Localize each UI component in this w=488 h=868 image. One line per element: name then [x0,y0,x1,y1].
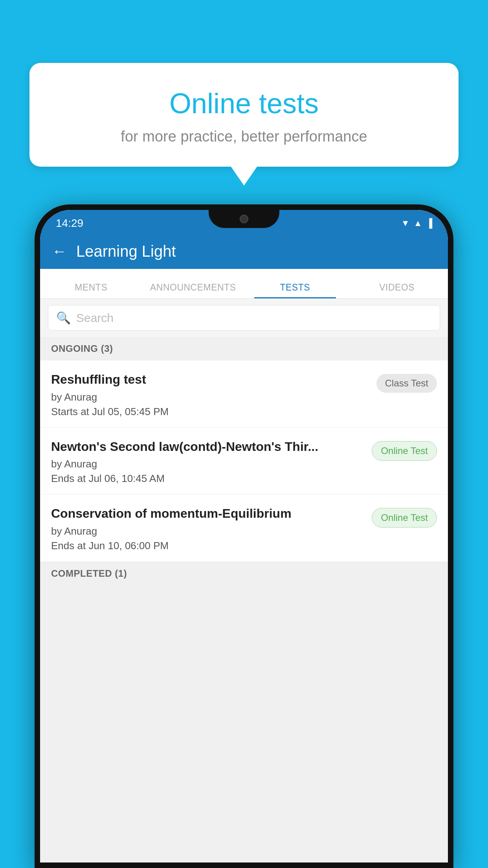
test-date-1: Starts at Jul 05, 05:45 PM [51,406,370,418]
completed-section-header: COMPLETED (1) [40,562,448,585]
test-badge-2: Online Test [372,441,437,461]
test-name-2: Newton's Second law(contd)-Newton's Thir… [51,439,365,455]
test-date-2: Ends at Jul 06, 10:45 AM [51,473,365,485]
app-title: Learning Light [76,243,176,260]
test-author-2: by Anurag [51,458,365,470]
speech-bubble: Online tests for more practice, better p… [29,63,459,167]
signal-icon: ▲ [414,218,422,228]
search-placeholder: Search [76,311,114,325]
ongoing-section-header: ONGOING (3) [40,337,448,360]
wifi-icon: ▼ [401,218,410,228]
test-item[interactable]: Reshuffling test by Anurag Starts at Jul… [40,360,448,428]
test-info-2: Newton's Second law(contd)-Newton's Thir… [51,439,372,485]
test-author-1: by Anurag [51,391,370,403]
test-author-3: by Anurag [51,525,365,537]
phone-notch [209,210,279,228]
test-info-1: Reshuffling test by Anurag Starts at Jul… [51,371,376,418]
phone-inner: 14:29 ▼ ▲ ▐ ← Learning Light MENTS ANNOU… [40,210,448,862]
search-container: 🔍 Search [40,299,448,337]
app-header: ← Learning Light [40,234,448,269]
battery-icon: ▐ [426,218,432,228]
tab-announcements[interactable]: ANNOUNCEMENTS [142,282,244,298]
tab-tests[interactable]: TESTS [244,282,346,298]
bubble-subtitle: for more practice, better performance [49,128,439,145]
test-item-2[interactable]: Newton's Second law(contd)-Newton's Thir… [40,428,448,495]
search-icon: 🔍 [56,311,71,325]
tab-ments[interactable]: MENTS [40,282,142,298]
tab-videos[interactable]: VIDEOS [346,282,448,298]
bubble-title: Online tests [49,86,439,120]
notch-camera [240,215,248,223]
status-icons: ▼ ▲ ▐ [401,218,432,228]
tabs-container: MENTS ANNOUNCEMENTS TESTS VIDEOS [40,269,448,299]
status-time: 14:29 [56,217,83,230]
test-date-3: Ends at Jun 10, 06:00 PM [51,540,365,552]
test-name-3: Conservation of momentum-Equilibrium [51,506,365,522]
test-item-3[interactable]: Conservation of momentum-Equilibrium by … [40,495,448,562]
test-name-1: Reshuffling test [51,371,370,388]
phone-frame: 14:29 ▼ ▲ ▐ ← Learning Light MENTS ANNOU… [35,204,453,868]
test-info-3: Conservation of momentum-Equilibrium by … [51,506,372,552]
test-badge-1: Class Test [376,374,437,393]
test-badge-3: Online Test [372,508,437,528]
search-bar[interactable]: 🔍 Search [48,305,440,331]
test-list: Reshuffling test by Anurag Starts at Jul… [40,360,448,562]
back-button[interactable]: ← [52,244,67,259]
